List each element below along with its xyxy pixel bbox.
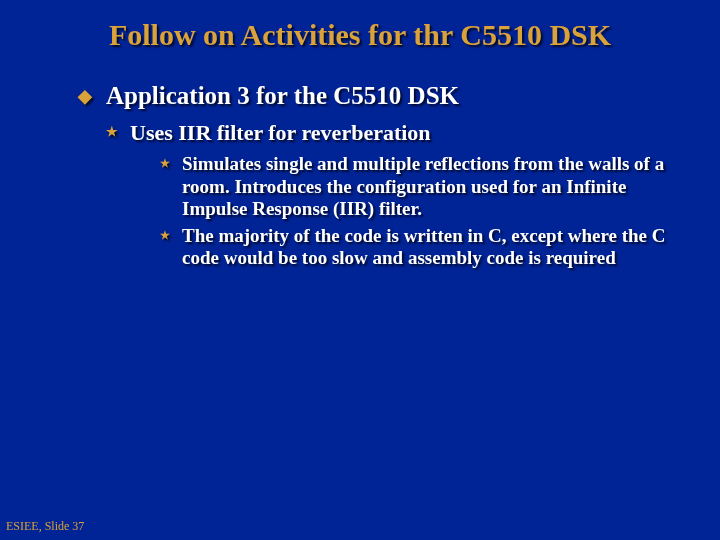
bullet-text: The majority of the code is written in C… (182, 225, 666, 268)
slide-footer: ESIEE, Slide 37 (6, 519, 84, 534)
bullet-level-3: ★ The majority of the code is written in… (160, 225, 678, 270)
bullet-text: Application 3 for the C5510 DSK (106, 82, 459, 109)
bullet-level-3: ★ Simulates single and multiple reflecti… (160, 153, 678, 220)
star-icon: ★ (160, 229, 170, 242)
slide-body: ◆ Application 3 for the C5510 DSK ★ Uses… (78, 82, 678, 273)
bullet-level-1: ◆ Application 3 for the C5510 DSK (78, 82, 678, 110)
bullet-text: Simulates single and multiple reflection… (182, 153, 664, 219)
diamond-icon: ◆ (78, 85, 92, 107)
slide-title: Follow on Activities for thr C5510 DSK (0, 18, 720, 52)
star-icon: ★ (160, 157, 170, 170)
star-icon: ★ (106, 125, 118, 140)
bullet-level-2: ★ Uses IIR filter for reverberation (106, 120, 678, 145)
bullet-text: Uses IIR filter for reverberation (130, 120, 431, 145)
slide: Follow on Activities for thr C5510 DSK ◆… (0, 0, 720, 540)
